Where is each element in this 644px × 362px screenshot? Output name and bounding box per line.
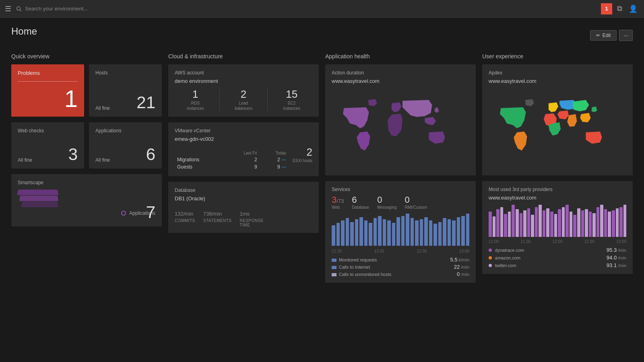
third-party-bar <box>527 208 530 237</box>
applications-card[interactable]: Applications All fine 6 <box>89 122 162 169</box>
service-bar <box>369 223 372 246</box>
provider-value: 95.3 <box>607 247 617 253</box>
unmonitored-row: Calls to unmonitored hosts 0 /min <box>332 271 469 277</box>
third-party-title: Most used 3rd party providers <box>489 187 626 192</box>
notification-badge[interactable]: 1 <box>601 3 612 14</box>
service-bar <box>420 219 423 246</box>
vmware-card[interactable]: VMware vCenter emea-gdn-vc002 Last Fri T… <box>168 122 319 176</box>
third-party-bar <box>600 205 603 237</box>
monitored-val: 5.5 k/min <box>450 257 469 263</box>
hosts-card[interactable]: Hosts All fine 21 <box>89 64 162 117</box>
provider-value-area: 94.0 /min <box>607 255 626 261</box>
vmware-esxi-label: ESXi hosts <box>293 158 312 163</box>
services-title: Services <box>332 187 469 192</box>
monitored-row: Monitored requests 5.5 k/min <box>332 257 469 263</box>
service-bar <box>415 220 419 246</box>
third-party-bar <box>550 212 553 237</box>
third-party-subtitle: www.easytravel.com <box>489 195 626 201</box>
tp-time-5: 13:00 <box>616 239 626 244</box>
third-party-bar <box>562 207 565 237</box>
row2: Web checks All fine 3 Applications All f… <box>11 122 162 169</box>
third-party-bar <box>500 207 504 237</box>
page-title-row: Home ✏ Edit ··· <box>11 26 633 45</box>
aws-card[interactable]: AWS account demo environment 1 RDSinstan… <box>168 64 319 117</box>
third-party-bar <box>592 213 596 237</box>
provider-unit: /min <box>618 255 626 260</box>
search-area <box>16 6 601 12</box>
aws-metrics: 1 RDSinstances 2 Loadbalancers 15 EC2ins… <box>175 88 312 111</box>
cloud-infra-cards: AWS account demo environment 1 RDSinstan… <box>168 64 319 233</box>
third-party-time-labels: 11:00 11:30 12:00 12:30 13:00 <box>489 239 626 244</box>
third-party-bar <box>577 208 580 237</box>
service-bar <box>355 219 359 246</box>
third-party-bar <box>520 213 523 237</box>
provider-dot <box>489 249 492 252</box>
hosts-label: Hosts <box>95 70 155 76</box>
more-button[interactable]: ··· <box>619 30 633 41</box>
service-bar <box>424 217 428 246</box>
search-input[interactable] <box>25 6 105 12</box>
windows-icon-btn[interactable]: ⧉ <box>615 3 624 14</box>
main-grid: Quick overview Problems 1 Hosts All fine… <box>11 53 633 283</box>
db-commits: 132/min COMMITS <box>175 206 195 227</box>
layer-2 <box>19 195 58 201</box>
smartscape-count: 7 <box>146 204 155 221</box>
third-party-bar <box>539 205 542 237</box>
svc-web-count: 3 <box>332 195 336 205</box>
services-card[interactable]: Services 3/73 Web 6 Database 0 Messaging <box>325 181 476 283</box>
svc-total: /73 <box>336 198 344 204</box>
quick-overview-cards: Problems 1 Hosts All fine 21 <box>11 64 162 226</box>
service-bar <box>341 220 345 246</box>
provider-name: twitter.com <box>495 263 516 268</box>
row1: Problems 1 Hosts All fine 21 <box>11 64 162 117</box>
third-party-bar <box>512 205 515 237</box>
action-duration-card[interactable]: Action duration www.easytravel.com <box>325 64 476 175</box>
db-metrics: 132/min COMMITS 738/min STATEMENTS <box>175 206 312 227</box>
service-bar <box>443 218 446 246</box>
service-bar <box>457 217 460 246</box>
provider-row: amazon.com 94.0 /min <box>489 255 626 261</box>
app-health-title: Application health <box>325 53 476 60</box>
edit-button[interactable]: ✏ Edit <box>590 30 617 41</box>
services-legend: Monitored requests 5.5 k/min Calls to In… <box>332 257 469 277</box>
tp-time-1: 11:00 <box>489 239 499 244</box>
vmware-migrations-today: 2 — <box>260 156 289 163</box>
world-map-svg <box>332 88 469 169</box>
apdex-card[interactable]: Apdex www.easytravel.com <box>482 64 633 175</box>
user-icon-btn[interactable]: 👤 <box>627 3 639 15</box>
service-bar <box>448 219 451 246</box>
aws-ec2: 15 EC2instances <box>271 88 312 111</box>
third-party-bar <box>623 205 627 237</box>
db-commits-label: COMMITS <box>175 218 195 223</box>
provider-dot <box>489 256 492 259</box>
user-experience-section: User experience Apdex www.easytravel.com <box>482 53 633 274</box>
svg-line-1 <box>20 10 22 11</box>
action-duration-subtitle: www.easytravel.com <box>332 78 469 84</box>
third-party-bar <box>619 207 623 237</box>
header-right: 1 ⧉ 👤 <box>601 3 639 15</box>
svc-web: 3/73 Web <box>332 195 344 210</box>
services-counts: 3/73 Web 6 Database 0 Messaging 0 <box>332 195 469 210</box>
applications-count: 6 <box>146 146 155 163</box>
smartscape-dot <box>121 211 126 216</box>
provider-value-area: 95.3 /min <box>607 247 626 253</box>
web-checks-label: Web checks <box>18 128 78 134</box>
aws-lb-value: 2 <box>223 88 264 101</box>
quick-overview-title: Quick overview <box>11 53 162 60</box>
problems-card[interactable]: Problems 1 <box>11 64 84 117</box>
vmware-guests-label: Guests <box>175 163 225 171</box>
layer-1 <box>17 189 58 195</box>
web-checks-count: 3 <box>68 146 78 163</box>
web-checks-card[interactable]: Web checks All fine 3 <box>11 122 84 169</box>
menu-icon[interactable]: ☰ <box>5 4 11 13</box>
third-party-bar <box>504 214 507 237</box>
smartscape-label: Smartscape <box>18 180 155 185</box>
provider-name-area: dynatrace.com <box>489 248 524 253</box>
svc-rmi-count: 0 <box>405 195 410 205</box>
svc-rmi-label: RMI/Custom <box>405 205 427 210</box>
third-party-card[interactable]: Most used 3rd party providers www.easytr… <box>482 181 633 274</box>
tp-time-3: 12:00 <box>552 239 562 244</box>
smartscape-card[interactable]: Smartscape Applications 7 <box>11 174 162 226</box>
time-label-4: 13:00 <box>459 249 469 253</box>
database-card[interactable]: Database DB1 (Oracle) 132/min COMMITS 73… <box>168 182 319 233</box>
